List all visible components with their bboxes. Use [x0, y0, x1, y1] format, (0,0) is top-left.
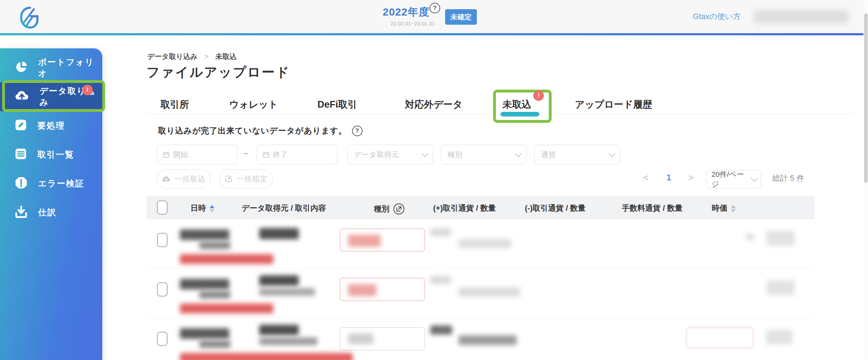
redacted-error-message	[180, 353, 353, 360]
page-size-value: 20件/ページ	[711, 169, 751, 189]
calendar-icon	[163, 151, 170, 158]
pagination-prev-icon[interactable]: <	[643, 172, 649, 183]
list-icon	[15, 148, 27, 161]
user-account-redacted[interactable]	[753, 10, 849, 23]
col-type: 種別	[374, 203, 405, 215]
sort-icon[interactable]	[731, 205, 736, 212]
redacted-error-message	[180, 304, 273, 313]
breadcrumb: データ取り込み > 未取込	[147, 52, 237, 61]
tab-wallet[interactable]: ウォレット	[229, 98, 278, 111]
col-datetime[interactable]: 日時	[190, 203, 214, 214]
alert-help-icon[interactable]: ?	[352, 126, 363, 136]
redacted-action-button[interactable]	[766, 231, 795, 246]
redacted-expand-icon[interactable]	[746, 234, 754, 240]
row-type-select-error[interactable]	[340, 228, 425, 252]
scrollbar-thumb[interactable]	[864, 13, 868, 183]
tab-exchange[interactable]: 取引所	[160, 98, 189, 111]
year-help-icon[interactable]: ?	[430, 3, 440, 13]
date-start-field[interactable]	[157, 145, 237, 164]
sidebar-item-label: エラー検証	[38, 178, 84, 189]
type-select-placeholder: 種別	[448, 150, 462, 160]
redacted-datetime	[180, 279, 229, 289]
select-all-checkbox[interactable]	[157, 200, 168, 215]
sidebar-item-transaction-list[interactable]: 取引一覧	[0, 140, 102, 169]
currency-select-placeholder: 通貨	[541, 150, 556, 160]
tab-unsupported[interactable]: 対応外データ	[405, 98, 462, 111]
col-market-value[interactable]: 時価	[712, 203, 736, 214]
tab-alert-badge: !	[533, 90, 544, 101]
row-checkbox[interactable]	[157, 282, 168, 296]
redacted-action-button[interactable]	[766, 280, 795, 295]
date-end-input[interactable]	[273, 150, 331, 159]
tab-defi[interactable]: DeFi取引	[317, 98, 357, 111]
row-market-value-error[interactable]	[686, 327, 754, 348]
import-alert-text: 取り込みが完了出来ていないデータがあります。	[158, 125, 347, 136]
redacted-plus-amount	[459, 239, 511, 248]
date-start-input[interactable]	[173, 150, 231, 159]
redacted-action-button[interactable]	[766, 330, 793, 344]
sort-icon[interactable]	[210, 205, 214, 212]
page-size-select[interactable]: 20件/ページ	[706, 170, 761, 188]
sidebar-item-needs-processing[interactable]: 要処理	[0, 111, 102, 140]
table-row	[146, 220, 815, 269]
redacted-datetime	[180, 328, 229, 339]
fiscal-period: 22.02.01~23.01.31	[383, 20, 443, 26]
source-select-placeholder: データ取得元	[354, 150, 399, 160]
download-icon	[15, 205, 28, 220]
pagination-page-1[interactable]: 1	[667, 173, 671, 182]
tab-not-imported[interactable]: 未取込	[503, 98, 531, 111]
redacted-source	[259, 275, 299, 286]
sidebar-item-label: データ取り込み	[40, 85, 102, 108]
sidebar-item-portfolio[interactable]: ポートフォリオ	[0, 53, 102, 82]
date-end-field[interactable]	[257, 145, 337, 164]
type-select[interactable]: 種別	[441, 145, 527, 164]
total-count: 総計 5 件	[772, 173, 804, 184]
redacted-datetime	[180, 229, 229, 240]
redacted-type-value	[348, 235, 381, 247]
col-datetime-label: 日時	[190, 204, 206, 212]
guide-link[interactable]: Gtaxの使い方	[693, 11, 741, 22]
col-market-value-label: 時価	[712, 204, 727, 212]
pagination-next-icon[interactable]: >	[688, 172, 694, 183]
edit-square-icon	[225, 175, 232, 183]
bulk-assign-label: 一括指定	[237, 174, 268, 184]
breadcrumb-parent[interactable]: データ取り込み	[147, 53, 198, 60]
redacted-plus-currency	[430, 325, 452, 335]
redacted-datetime	[199, 241, 230, 249]
redacted-error-message	[180, 254, 273, 264]
bulk-assign-button[interactable]: 一括指定	[219, 169, 273, 188]
header-divider	[0, 33, 868, 35]
page-scrollbar[interactable]	[863, 0, 868, 360]
col-type-label: 種別	[374, 204, 389, 214]
sidebar-item-data-import[interactable]: データ取り込み !	[0, 82, 102, 111]
sidebar-item-error-check[interactable]: エラー検証	[0, 169, 102, 198]
bulk-import-button[interactable]: 一括取込	[157, 169, 211, 188]
chevron-down-icon	[608, 150, 615, 157]
chevron-down-icon	[515, 150, 522, 157]
error-octagon-icon	[15, 176, 28, 191]
source-select[interactable]: データ取得元	[347, 145, 433, 164]
currency-select[interactable]: 通貨	[534, 145, 620, 164]
breadcrumb-separator: >	[204, 53, 208, 60]
bulk-import-label: 一括取込	[175, 174, 206, 184]
redacted-type-value	[348, 334, 374, 344]
table-row	[146, 269, 815, 318]
row-type-select[interactable]	[340, 327, 425, 350]
row-checkbox[interactable]	[157, 332, 168, 346]
redacted-plus-currency	[430, 276, 451, 284]
row-checkbox[interactable]	[157, 233, 168, 247]
col-fee-currency: 手数料通貨 / 数量	[622, 203, 682, 214]
redacted-content	[259, 288, 315, 296]
status-badge: 未確定	[445, 9, 477, 25]
sidebar-item-label: 要処理	[37, 120, 65, 131]
redacted-datetime	[199, 291, 230, 299]
sidebar-item-journal[interactable]: 仕訳	[0, 198, 102, 227]
external-link-icon[interactable]	[393, 203, 405, 215]
breadcrumb-current: 未取込	[216, 53, 237, 60]
redacted-source	[259, 325, 299, 335]
table-row	[146, 318, 815, 360]
gtax-logo-icon[interactable]	[18, 4, 42, 31]
tab-upload-history[interactable]: アップロード履歴	[575, 98, 652, 111]
row-type-select-error[interactable]	[340, 278, 425, 301]
sidebar-nav: ポートフォリオ データ取り込み ! 要処理 取引一覧	[0, 48, 102, 360]
